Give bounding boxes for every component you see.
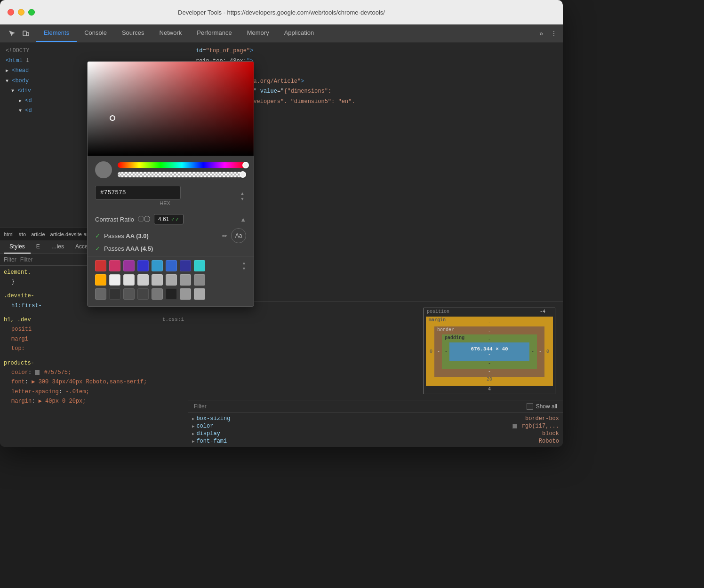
swatch-mgray4[interactable] (152, 288, 163, 300)
swatch-row-1: ▲ ▼ (95, 260, 246, 271)
text-preview-button[interactable]: Aa (231, 228, 246, 243)
tab-event-listeners[interactable]: …ies (46, 240, 70, 254)
more-tabs-button[interactable]: » (536, 24, 547, 42)
swatch-lgray1[interactable] (137, 274, 149, 286)
show-all-checkbox[interactable] (527, 403, 533, 410)
triangle-icon-display[interactable]: ▶ (192, 431, 194, 437)
prop-val-box-sizing: border-box (525, 415, 559, 422)
swatch-red[interactable] (95, 260, 106, 271)
swatch-dgray2[interactable] (123, 288, 135, 300)
padding-middle-row: - 676.344 × 40 - - (445, 342, 534, 361)
swatch-black2[interactable] (166, 288, 177, 300)
swatch-black1[interactable] (109, 288, 120, 300)
tab-console[interactable]: Console (77, 24, 114, 42)
contrast-ratio-number: 4.61 (158, 216, 169, 222)
color-preview-swatch (95, 161, 112, 178)
contrast-aa-row: ✓ Passes AA (3.0) ✏ Aa (95, 228, 246, 243)
right-lower: position -4 margin - 0 border (188, 302, 563, 447)
tab-computed[interactable]: E (31, 240, 46, 254)
show-all-toggle: Show all (527, 403, 557, 410)
margin-left-val: 0 (430, 349, 432, 354)
computed-props-list: ▶ box-sizing border-box ▶ color rgb(117,… (188, 413, 563, 447)
prop-val-color: rgb(117,... (512, 423, 559, 429)
position-val: -4 (540, 309, 545, 314)
padding-right-val: - (531, 349, 534, 354)
box-model-section: position -4 margin - 0 border (188, 302, 563, 400)
alpha-slider[interactable] (118, 172, 246, 177)
contrast-check-icon: ✓✓ (171, 216, 179, 222)
hex-color-input[interactable] (95, 186, 181, 199)
swatch-cyan[interactable] (194, 260, 205, 271)
swatch-mgray5[interactable] (180, 288, 191, 300)
color-sliders (118, 162, 246, 177)
rule-h1: h1, .devt.css:1 positi margi top: (4, 315, 184, 354)
maximize-button[interactable] (28, 9, 35, 16)
swatch-white2[interactable] (123, 274, 135, 286)
hex-increment-button[interactable]: ▲ (239, 191, 246, 196)
contrast-info-icon[interactable]: ⓘ (138, 215, 150, 223)
triangle-icon-box-sizing[interactable]: ▶ (192, 416, 194, 421)
margin-top-val: - (430, 320, 549, 326)
devtools-menu-button[interactable]: ⋮ (547, 24, 561, 42)
toolbar-icon-group (2, 24, 36, 42)
triangle-icon-font[interactable]: ▶ (192, 439, 194, 444)
swatch-mgray2[interactable] (180, 274, 191, 286)
swatch-blue[interactable] (137, 260, 149, 271)
position-box: position -4 margin - 0 border (424, 308, 555, 394)
computed-properties: Filter Show all ▶ box-sizing border-box (188, 400, 563, 447)
swatch-mgray1[interactable] (166, 274, 177, 286)
main-content: <!DOCTY <html l ▶ <head ▼ <body ▼ <div ▶… (0, 42, 563, 447)
swatch-lgray2[interactable] (152, 274, 163, 286)
tab-network[interactable]: Network (152, 24, 190, 42)
swatch-pink[interactable] (109, 260, 120, 271)
computed-prop-box-sizing[interactable]: ▶ box-sizing border-box (188, 415, 563, 422)
hex-decrement-button[interactable]: ▼ (239, 197, 246, 201)
tab-sources[interactable]: Sources (114, 24, 152, 42)
swatch-up-arrow[interactable]: ▲ (242, 261, 246, 265)
breadcrumb-html[interactable]: html (4, 231, 14, 237)
minimize-button[interactable] (18, 9, 24, 16)
toolbar-tabs: Elements Console Sources Network Perform… (36, 24, 536, 42)
swatch-orange[interactable] (95, 274, 106, 286)
triangle-icon-color[interactable]: ▶ (192, 424, 194, 429)
tab-performance[interactable]: Performance (189, 24, 239, 42)
breadcrumb-to[interactable]: #to (19, 231, 26, 237)
eyedropper-button[interactable]: ✏ (222, 232, 227, 239)
inspect-element-icon[interactable] (6, 27, 18, 40)
tab-application[interactable]: Application (277, 24, 322, 42)
breadcrumb-article[interactable]: article (31, 231, 45, 237)
close-button[interactable] (8, 9, 14, 16)
computed-prop-font[interactable]: ▶ font-fami Roboto (188, 437, 563, 445)
swatch-dgray1[interactable] (95, 288, 106, 300)
computed-prop-display[interactable]: ▶ display block (188, 430, 563, 437)
swatch-darkblue[interactable] (180, 260, 191, 271)
swatch-white1[interactable] (109, 274, 120, 286)
computed-prop-color[interactable]: ▶ color rgb(117,... (188, 422, 563, 430)
margin-label: margin (429, 318, 446, 323)
aaa-check-icon: ✓ (95, 245, 100, 252)
svg-rect-1 (26, 32, 29, 36)
swatch-medblue[interactable] (166, 260, 177, 271)
computed-filter-row: Filter Show all (188, 400, 563, 413)
dom-line-doctype: <!DOCTY (2, 46, 186, 56)
color-swatch[interactable] (512, 424, 517, 429)
swatch-mgray3[interactable] (194, 274, 205, 286)
hue-slider[interactable] (118, 162, 246, 168)
toolbar: Elements Console Sources Network Perform… (0, 24, 563, 42)
swatch-down-arrow[interactable]: ▼ (242, 266, 246, 271)
padding-label: padding (445, 335, 464, 341)
tab-styles[interactable]: Styles (4, 240, 31, 254)
box-model-visual: position -4 margin - 0 border (424, 308, 555, 394)
swatch-lightblue[interactable] (152, 260, 163, 271)
device-toolbar-icon[interactable] (20, 27, 32, 40)
contrast-aaa-row: ✓ Passes AAA (4.5) (95, 245, 246, 252)
color-gradient-picker[interactable] (88, 62, 254, 156)
swatch-dgray3[interactable] (137, 288, 149, 300)
tab-memory[interactable]: Memory (240, 24, 277, 42)
alpha-slider-thumb (240, 171, 246, 178)
swatch-purple[interactable] (123, 260, 135, 271)
contrast-chevron-icon[interactable]: ▲ (240, 216, 246, 223)
computed-filter-input[interactable] (210, 403, 523, 410)
swatch-lgray3[interactable] (194, 288, 205, 300)
tab-elements[interactable]: Elements (36, 24, 77, 42)
